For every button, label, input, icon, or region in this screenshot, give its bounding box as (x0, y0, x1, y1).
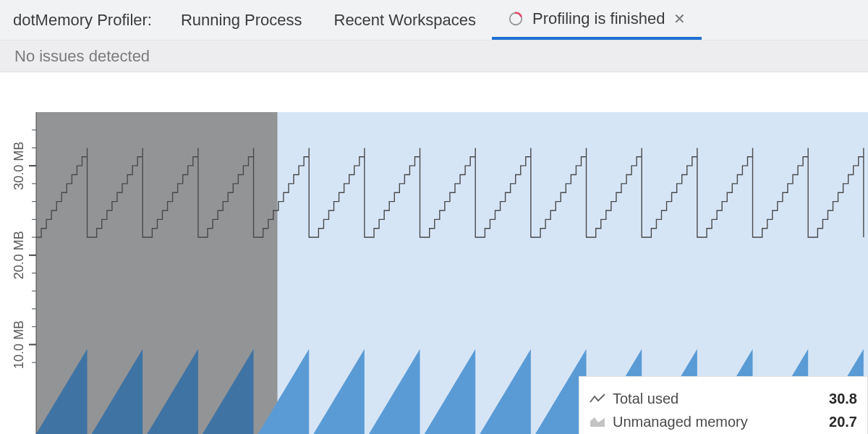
tab-label: Recent Workspaces (334, 11, 476, 30)
tab-bar: dotMemory Profiler: Running Process Rece… (0, 0, 868, 41)
tab-profiling-finished[interactable]: Profiling is finished ✕ (492, 0, 702, 40)
tab-running-process[interactable]: Running Process (165, 0, 318, 40)
legend-row-unmanaged: Unmanaged memory 20.7 (590, 410, 857, 433)
tab-recent-workspaces[interactable]: Recent Workspaces (318, 0, 492, 40)
issues-bar: No issues detected (0, 41, 868, 72)
tab-label: Running Process (181, 11, 302, 30)
svg-text:30.0 MB: 30.0 MB (12, 142, 26, 190)
chart-legend: Total used 30.8 Unmanaged memory 20.7 He… (579, 376, 868, 434)
progress-spinner-icon (508, 11, 524, 27)
line-icon (590, 392, 605, 405)
tab-label: Profiling is finished (532, 9, 665, 28)
issues-message: No issues detected (14, 47, 150, 66)
svg-text:10.0 MB: 10.0 MB (12, 320, 26, 369)
svg-text:20.0 MB: 20.0 MB (12, 231, 26, 279)
legend-label: Unmanaged memory (613, 414, 829, 430)
legend-value: 20.7 (829, 414, 857, 430)
tabbar-title: dotMemory Profiler: (9, 0, 165, 40)
close-icon[interactable]: ✕ (673, 10, 686, 27)
area-gray-icon (590, 415, 605, 428)
memory-timeline-chart[interactable]: 10.0 MB20.0 MB30.0 MB Total used 30.8 Un… (0, 72, 868, 434)
legend-row-total: Total used 30.8 (590, 387, 857, 410)
legend-label: Total used (613, 391, 829, 407)
legend-value: 30.8 (829, 391, 857, 407)
